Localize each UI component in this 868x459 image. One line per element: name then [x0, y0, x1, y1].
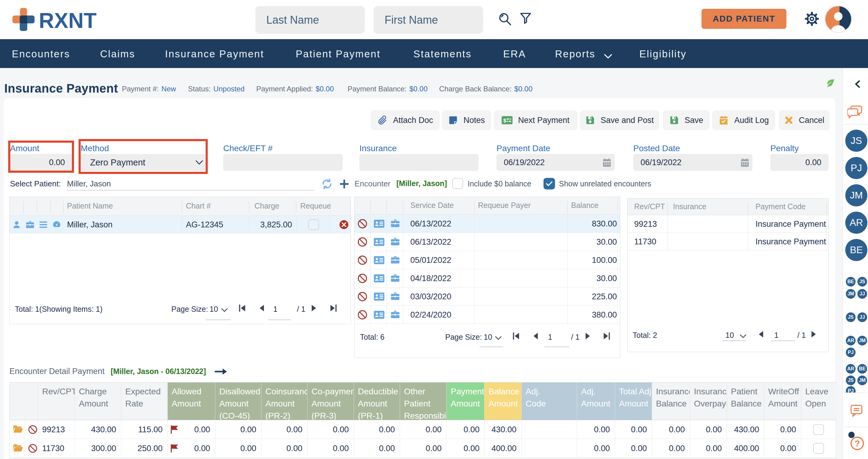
- svg-text:?: ?: [854, 438, 860, 448]
- svg-text:$: $: [503, 117, 506, 123]
